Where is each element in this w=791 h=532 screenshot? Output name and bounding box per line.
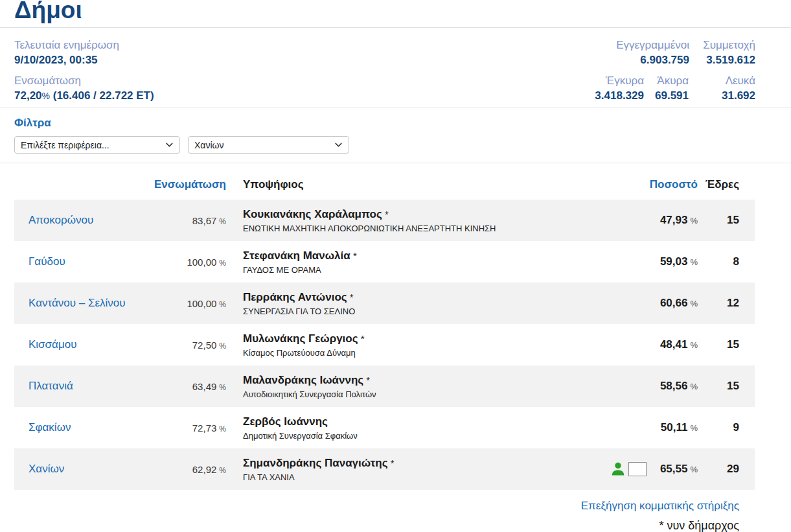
- table-row: Χανίων 62,92% Σημανδηράκης Παναγιώτης * …: [14, 448, 755, 490]
- percent-value: 50,11%: [647, 421, 698, 434]
- seats-value: 15: [698, 380, 755, 393]
- candidate-cell: Περράκης Αντώνιος * ΣΥΝΕΡΓΑΣΙΑ ΓΙΑ ΤΟ ΣΕ…: [226, 290, 588, 317]
- page-title: Δήμοι: [14, 0, 791, 23]
- percent-sign: %: [690, 257, 698, 267]
- table-row: Πλατανιά 63,49% Μαλανδράκης Ιωάννης * Αυ…: [14, 365, 755, 407]
- candidate-cell: Στεφανάκη Μανωλία * ΓΑΥΔΟΣ ΜΕ ΟΡΑΜΑ: [226, 249, 588, 275]
- table-row: Κισσάμου 72,50% Μυλωνάκης Γεώργιος * Κίσ…: [14, 324, 755, 365]
- incumbent-star: *: [388, 457, 395, 468]
- municipality-link[interactable]: Πλατανιά: [14, 380, 150, 393]
- municipality-link[interactable]: Σφακίων: [14, 421, 150, 434]
- percent-sign: %: [219, 383, 226, 392]
- seats-value: 15: [698, 338, 755, 351]
- seats-value: 29: [698, 463, 755, 476]
- stat-turnout-value: 3.519.612: [689, 53, 755, 67]
- candidate-name: Στεφανάκη Μανωλία *: [243, 249, 588, 263]
- legend-link[interactable]: Επεξήγηση κομματικής στήριξης: [581, 500, 739, 512]
- region-select-value: Επιλέξτε περιφέρεια...: [21, 140, 109, 150]
- percent-sign: %: [690, 423, 698, 433]
- stat-integration-value: 72,20% (16.406 / 22.722 ΕΤ): [14, 89, 154, 103]
- party-name: Αυτοδιοικητική Συνεργασία Πολιτών: [243, 389, 588, 400]
- chevron-down-icon: [166, 143, 173, 147]
- candidate-cell: Κουκιανάκης Χαράλαμπος * ΕΝΩΤΙΚΗ ΜΑΧΗΤΙΚ…: [226, 207, 588, 234]
- footer: Επεξήγηση κομματικής στήριξης * νυν δήμα…: [0, 490, 791, 532]
- stat-turnout: Συμμετοχή 3.519.612: [689, 38, 755, 67]
- party-support-icons: [588, 461, 647, 477]
- percent-sign: %: [690, 465, 698, 474]
- stat-integration-label: Ενσωμάτωση: [14, 74, 154, 87]
- stat-invalid-label: Άκυρα: [644, 74, 689, 87]
- percent-value: 65,55%: [647, 463, 698, 476]
- percent-sign: %: [690, 299, 698, 308]
- seats-value: 15: [698, 214, 755, 227]
- stat-invalid: Άκυρα 69.591: [644, 74, 689, 102]
- party-name: ΓΙΑ ΤΑ ΧΑΝΙΑ: [243, 472, 588, 483]
- integration-value: 83,67%: [150, 215, 226, 226]
- candidate-cell: Ζερβός Ιωάννης Δημοτική Συνεργασία Σφακί…: [226, 415, 588, 441]
- stat-valid-label: Έγκυρα: [595, 74, 644, 87]
- percent-sign: %: [219, 341, 226, 351]
- stat-last-update: Τελευταία ενημέρωση 9/10/2023, 00:35: [14, 38, 154, 67]
- percent-value: 58,56%: [647, 380, 698, 393]
- percent-sign: %: [219, 466, 226, 475]
- party-name: ΕΝΩΤΙΚΗ ΜΑΧΗΤΙΚΗ ΑΠΟΚΟΡΩΝΙΩΤΙΚΗ ΑΝΕΞΑΡΤΗ…: [243, 224, 588, 234]
- candidate-cell: Μυλωνάκης Γεώργιος * Κίσαμος Πρωτεύουσα …: [226, 332, 588, 358]
- integration-value: 62,92%: [150, 464, 226, 475]
- municipality-link[interactable]: Κισσάμου: [14, 338, 150, 351]
- candidate-name: Κουκιανάκης Χαράλαμπος *: [243, 207, 588, 222]
- party-name: ΣΥΝΕΡΓΑΣΙΑ ΓΙΑ ΤΟ ΣΕΛΙΝΟ: [243, 306, 588, 317]
- party-support-person-icon: [610, 461, 626, 477]
- table-row: Αποκορώνου 83,67% Κουκιανάκης Χαράλαμπος…: [14, 200, 755, 241]
- stat-last-update-value: 9/10/2023, 00:35: [14, 53, 154, 67]
- percent-sign: %: [42, 91, 50, 101]
- stat-blank-label: Λευκά: [689, 74, 755, 87]
- results-table-body: Αποκορώνου 83,67% Κουκιανάκης Χαράλαμπος…: [14, 200, 755, 490]
- percent-value: 60,66%: [647, 297, 698, 310]
- seats-value: 12: [698, 297, 755, 310]
- page-header: Δήμοι: [0, 0, 791, 28]
- integration-value: 72,73%: [150, 422, 226, 434]
- party-color-swatch: [628, 462, 647, 476]
- candidate-cell: Μαλανδράκης Ιωάννης * Αυτοδιοικητική Συν…: [226, 373, 588, 400]
- stat-last-update-label: Τελευταία ενημέρωση: [14, 38, 154, 52]
- stat-blank: Λευκά 31.692: [689, 74, 755, 102]
- stat-invalid-value: 69.591: [644, 89, 689, 102]
- municipal-unit-select[interactable]: Χανίων: [188, 136, 349, 154]
- integration-value: 100,00%: [150, 257, 226, 268]
- candidate-name: Περράκης Αντώνιος *: [243, 290, 588, 305]
- percent-value: 48,41%: [647, 338, 698, 351]
- percent-sign: %: [219, 300, 226, 309]
- stat-turnout-label: Συμμετοχή: [689, 38, 755, 52]
- integration-value: 63,49%: [150, 381, 226, 392]
- incumbent-star: *: [382, 209, 389, 220]
- percent-sign: %: [219, 217, 226, 226]
- candidate-name: Μαλανδράκης Ιωάννης *: [243, 373, 588, 387]
- municipality-link[interactable]: Αποκορώνου: [14, 214, 150, 227]
- filters-section: Φίλτρα Επιλέξτε περιφέρεια... Χανίων: [0, 108, 791, 163]
- stat-valid: Έγκυρα 3.418.329: [595, 74, 644, 102]
- incumbent-footnote: * νυν δήμαρχος: [0, 518, 739, 532]
- seats-value: 9: [698, 421, 755, 434]
- municipality-link[interactable]: Καντάνου – Σελίνου: [14, 297, 150, 310]
- incumbent-star: *: [350, 250, 357, 261]
- incumbent-star: *: [347, 292, 354, 303]
- integration-value: 100,00%: [150, 298, 226, 309]
- party-name: Κίσαμος Πρωτεύουσα Δύναμη: [243, 348, 588, 358]
- table-row: Σφακίων 72,73% Ζερβός Ιωάννης Δημοτική Σ…: [14, 407, 755, 448]
- results-table: Ενσωμάτωση Υποψήφιος Ποσοστό Έδρες Αποκο…: [14, 163, 755, 490]
- percent-value: 59,03%: [647, 255, 698, 268]
- region-select[interactable]: Επιλέξτε περιφέρεια...: [14, 136, 180, 154]
- stat-integration: Ενσωμάτωση 72,20% (16.406 / 22.722 ΕΤ): [14, 74, 154, 103]
- candidate-name: Σημανδηράκης Παναγιώτης *: [243, 456, 588, 470]
- header-percent[interactable]: Ποσοστό: [647, 178, 698, 191]
- header-candidate: Υποψήφιος: [226, 178, 588, 191]
- party-name: Δημοτική Συνεργασία Σφακίων: [243, 431, 588, 441]
- percent-sign: %: [219, 424, 226, 434]
- candidate-cell: Σημανδηράκης Παναγιώτης * ΓΙΑ ΤΑ ΧΑΝΙΑ: [226, 456, 588, 483]
- municipality-link[interactable]: Χανίων: [14, 463, 150, 476]
- incumbent-star: *: [363, 375, 370, 386]
- results-table-header: Ενσωμάτωση Υποψήφιος Ποσοστό Έδρες: [14, 163, 755, 200]
- municipality-link[interactable]: Γαύδου: [14, 255, 150, 268]
- header-integration[interactable]: Ενσωμάτωση: [150, 178, 226, 191]
- candidate-name: Ζερβός Ιωάννης: [243, 415, 588, 429]
